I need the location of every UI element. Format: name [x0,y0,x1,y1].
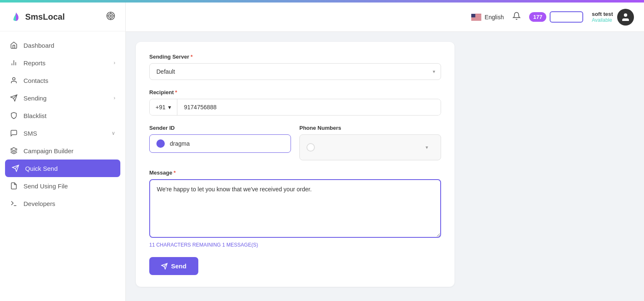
message-textarea[interactable]: We're happy to let you know that we've r… [149,179,441,238]
phone-numbers-select[interactable] [320,139,434,155]
send-button[interactable]: Send [149,257,198,275]
sidebar-item-sending[interactable]: Sending › [0,89,125,107]
layers-icon [10,147,18,154]
recipient-row: +91 ▾ [149,99,441,116]
recipient-label: Recipient * [149,89,441,95]
sending-server-select[interactable]: Default [149,63,441,80]
user-icon [10,77,18,84]
country-code-label: +91 [156,104,166,111]
target-icon [106,11,115,21]
phone-toggle[interactable] [306,143,315,152]
svg-marker-13 [11,148,17,151]
sidebar-item-send-using-file[interactable]: Send Using File [0,177,125,195]
svg-point-1 [109,14,113,18]
country-code-selector[interactable]: +91 ▾ [150,99,177,115]
user-info[interactable]: soft test Available [592,9,634,26]
sidebar-item-campaign-builder[interactable]: Campaign Builder [0,142,125,160]
char-count: 11 CHARACTERS REMAINING 1 MESSAGE(S) [149,242,441,248]
bar-chart-icon [10,59,18,67]
credits-count: 177 [529,12,547,22]
user-status: Available [592,17,613,23]
notification-bell[interactable] [512,12,521,22]
svg-rect-24 [471,14,475,18]
sidebar-item-sms[interactable]: SMS ∨ [0,124,125,142]
sender-id-group: Sender ID [149,125,291,160]
sms-arrow: ∨ [112,130,115,136]
credits-area: 177 [529,11,584,23]
recipient-group: Recipient * +91 ▾ [149,89,441,116]
page-content: Sending Server * Default ▾ Recipient * [126,32,644,301]
flag-icon [471,14,481,21]
quick-send-icon [12,165,19,172]
logo[interactable]: SmsLocal [10,11,65,23]
header: English 177 soft test Available [126,3,644,32]
user-name: soft test [592,11,613,17]
sidebar-item-blacklist[interactable]: Blacklist [0,107,125,124]
logo-icon [10,11,22,23]
send-button-label: Send [171,262,187,270]
sidebar-item-reports[interactable]: Reports › [0,54,125,72]
form-card: Sending Server * Default ▾ Recipient * [136,42,454,287]
sender-dot [156,139,165,148]
phone-numbers-label: Phone Numbers [299,125,441,131]
language-selector[interactable]: English [471,14,504,21]
country-code-chevron: ▾ [168,104,171,111]
phone-numbers-field: ▾ [299,134,441,160]
sending-arrow: › [114,95,115,101]
message-label: Message * [149,170,441,176]
sidebar-item-contacts[interactable]: Contacts [0,72,125,89]
send-button-icon [161,263,168,270]
home-icon [10,41,18,49]
sidebar-item-dashboard[interactable]: Dashboard [0,36,125,54]
sender-id-input[interactable] [170,140,284,147]
phone-input[interactable] [177,99,441,115]
svg-rect-21 [471,17,481,18]
phone-numbers-group: Phone Numbers ▾ [299,125,441,160]
terminal-icon [10,200,18,207]
shield-icon [10,112,18,119]
svg-rect-23 [471,19,481,20]
svg-point-25 [624,13,627,17]
reports-arrow: › [114,60,115,66]
required-star-2: * [175,89,177,95]
sender-id-label: Sender ID [149,125,291,131]
sidebar-item-developers[interactable]: Developers [0,195,125,212]
svg-point-10 [13,77,15,80]
required-star-1: * [190,54,192,60]
svg-rect-22 [471,18,481,19]
sidebar: SmsLocal Dashboard [0,3,126,301]
credits-input[interactable] [550,11,583,23]
language-label: English [485,14,504,21]
phone-numbers-select-wrapper: ▾ [320,139,434,155]
svg-point-2 [110,15,112,17]
file-icon [10,182,18,190]
sending-server-select-wrapper: Default ▾ [149,63,441,80]
sending-server-label: Sending Server * [149,54,441,60]
sender-id-field [149,134,291,153]
avatar [617,9,634,26]
sidebar-logo: SmsLocal [0,3,125,31]
sender-phone-row: Sender ID Phone Numbers [149,125,441,160]
sidebar-target-button[interactable] [106,11,115,22]
sending-server-group: Sending Server * Default ▾ [149,54,441,80]
sidebar-item-quick-send[interactable]: Quick Send [5,160,120,177]
main-content: English 177 soft test Available [126,3,644,301]
message-icon [10,129,18,137]
send-icon [10,94,18,102]
sidebar-navigation: Dashboard Reports › Contacts [0,31,125,217]
message-group: Message * We're happy to let you know th… [149,170,441,248]
required-star-3: * [174,170,176,176]
